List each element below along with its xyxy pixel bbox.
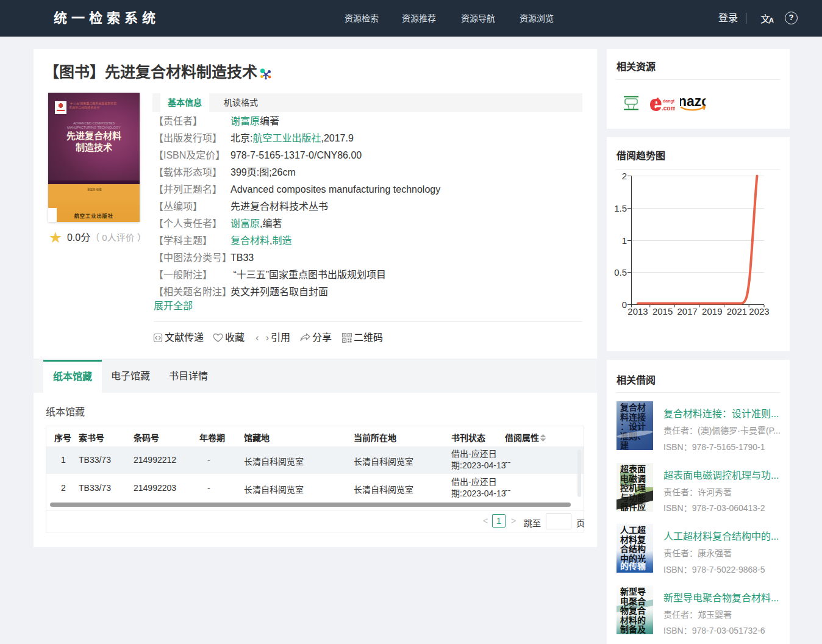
- svg-text:2021: 2021: [727, 306, 747, 317]
- svg-text:2015: 2015: [652, 306, 673, 317]
- svg-text:dangt: dangt: [663, 99, 675, 104]
- svg-text:.com: .com: [662, 105, 675, 112]
- svg-text:1.5: 1.5: [614, 203, 627, 213]
- svg-text:1: 1: [622, 235, 627, 246]
- svg-text:2013: 2013: [627, 306, 648, 317]
- svg-text:0: 0: [622, 299, 627, 310]
- svg-text:nazo: nazo: [680, 95, 706, 109]
- svg-text:2019: 2019: [702, 306, 722, 317]
- svg-text:2: 2: [622, 171, 627, 181]
- svg-text:2023: 2023: [749, 306, 769, 317]
- svg-text:0.5: 0.5: [614, 267, 627, 277]
- svg-text:2017: 2017: [677, 306, 698, 317]
